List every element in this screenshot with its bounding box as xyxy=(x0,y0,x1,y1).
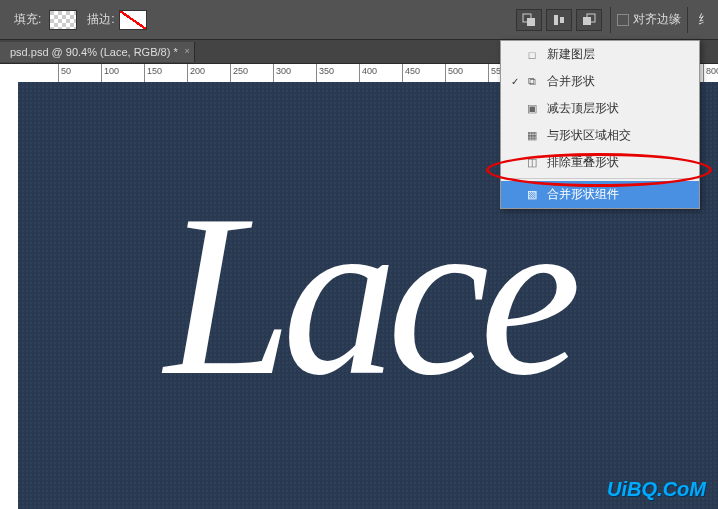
options-bar: 填充: 描边: 对齐边缘 纟 xyxy=(0,0,718,40)
ruler-tick: 450 xyxy=(402,64,420,82)
menu-item-combine[interactable]: ✓ ⧉ 合并形状 xyxy=(501,68,699,95)
stroke-swatch[interactable] xyxy=(119,10,147,30)
toolbar-divider-2 xyxy=(687,7,688,33)
watermark: UiBQ.CoM xyxy=(607,478,706,501)
ruler-tick: 500 xyxy=(445,64,463,82)
path-align-button[interactable] xyxy=(546,9,572,31)
close-icon[interactable]: × xyxy=(184,46,189,56)
menu-item-intersect[interactable]: ▦ 与形状区域相交 xyxy=(501,122,699,149)
ruler-tick: 250 xyxy=(230,64,248,82)
menu-label: 减去顶层形状 xyxy=(547,100,619,117)
new-layer-icon: □ xyxy=(525,48,539,62)
ruler-tick: 300 xyxy=(273,64,291,82)
vertical-ruler xyxy=(0,82,18,509)
fill-label: 填充: xyxy=(14,11,41,28)
menu-separator xyxy=(501,178,699,179)
menu-label: 与形状区域相交 xyxy=(547,127,631,144)
toolbar-divider xyxy=(610,7,611,33)
path-ops-button[interactable] xyxy=(516,9,542,31)
stroke-label: 描边: xyxy=(87,11,114,28)
menu-item-new-layer[interactable]: □ 新建图层 xyxy=(501,41,699,68)
menu-label: 合并形状 xyxy=(547,73,595,90)
path-operations-menu: □ 新建图层 ✓ ⧉ 合并形状 ▣ 减去顶层形状 ▦ 与形状区域相交 ◫ 排除重… xyxy=(500,40,700,209)
overflow-label: 纟 xyxy=(698,11,710,28)
align-edges-label: 对齐边缘 xyxy=(633,11,681,28)
svg-rect-2 xyxy=(554,15,558,25)
ruler-tick: 800 xyxy=(703,64,718,82)
document-tab[interactable]: psd.psd @ 90.4% (Lace, RGB/8) * × xyxy=(0,42,195,62)
ruler-tick: 400 xyxy=(359,64,377,82)
ruler-tick: 50 xyxy=(58,64,71,82)
fill-swatch[interactable] xyxy=(49,10,77,30)
svg-rect-1 xyxy=(527,18,535,26)
ruler-tick: 150 xyxy=(144,64,162,82)
subtract-icon: ▣ xyxy=(525,102,539,116)
intersect-icon: ▦ xyxy=(525,129,539,143)
menu-label: 合并形状组件 xyxy=(547,186,619,203)
check-icon: ✓ xyxy=(511,76,521,87)
menu-label: 排除重叠形状 xyxy=(547,154,619,171)
ruler-tick: 200 xyxy=(187,64,205,82)
ruler-tick: 100 xyxy=(101,64,119,82)
menu-label: 新建图层 xyxy=(547,46,595,63)
ruler-tick: 350 xyxy=(316,64,334,82)
combine-icon: ⧉ xyxy=(525,75,539,89)
merge-icon: ▧ xyxy=(525,188,539,202)
align-edges-checkbox[interactable] xyxy=(617,14,629,26)
tab-title: psd.psd @ 90.4% (Lace, RGB/8) * xyxy=(10,46,178,58)
menu-item-merge-components[interactable]: ▧ 合并形状组件 xyxy=(501,181,699,208)
svg-rect-3 xyxy=(560,17,564,23)
exclude-icon: ◫ xyxy=(525,156,539,170)
path-arrange-button[interactable] xyxy=(576,9,602,31)
menu-item-exclude[interactable]: ◫ 排除重叠形状 xyxy=(501,149,699,176)
menu-item-subtract[interactable]: ▣ 减去顶层形状 xyxy=(501,95,699,122)
lace-text-layer[interactable]: Lace xyxy=(164,181,571,411)
